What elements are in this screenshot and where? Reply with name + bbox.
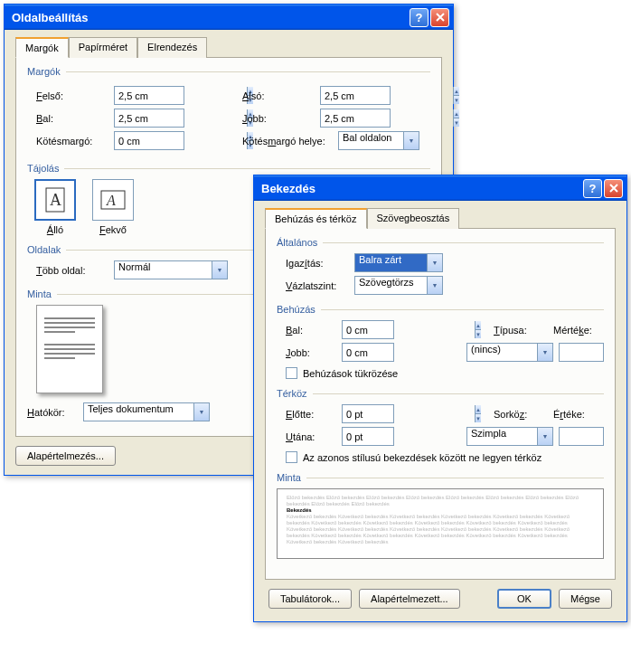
right-spinner[interactable]: ▲▼ (320, 109, 391, 128)
tabstrip: Behúzás és térköz Szövegbeosztás (265, 208, 616, 229)
applyto-combo[interactable]: Teljes dokumentum▼ (83, 402, 210, 421)
at-spinner[interactable]: ▲▼ (559, 427, 604, 446)
portrait-icon: A (45, 187, 65, 213)
after-spinner[interactable]: ▲▼ (342, 427, 394, 446)
cancel-button[interactable]: Mégse (559, 589, 612, 609)
page-preview (36, 305, 103, 393)
group-preview: Minta (27, 289, 52, 299)
svg-text:A: A (50, 191, 61, 209)
label-landscape: Fekvő (99, 224, 127, 235)
close-icon (609, 184, 618, 193)
orientation-landscape[interactable]: A (92, 179, 134, 221)
tab-layout[interactable]: Elrendezés (137, 37, 207, 58)
label-top: Felső: (36, 90, 108, 101)
special-combo[interactable]: (nincs)▼ (466, 343, 553, 362)
label-gutter: Kötésmargó: (36, 136, 108, 147)
group-indent: Behúzás (277, 304, 316, 315)
tabs-button[interactable]: Tabulátorok... (268, 589, 352, 609)
linespacing-combo[interactable]: Szimpla▼ (466, 427, 553, 446)
help-button[interactable]: ? (583, 179, 602, 198)
multipage-combo[interactable]: Normál▼ (114, 260, 228, 279)
label-applyto: Hatókör: (27, 407, 78, 418)
label-at: Értéke: (553, 409, 604, 420)
defaults-button[interactable]: Alapértelmezett... (359, 589, 460, 609)
dialog-title: Oldalbeállítás (12, 11, 410, 24)
indent-right-spinner[interactable]: ▲▼ (342, 343, 394, 362)
tab-indent[interactable]: Behúzás és térköz (265, 208, 367, 229)
tab-margins[interactable]: Margók (15, 37, 69, 58)
label-multipage: Több oldal: (36, 265, 108, 276)
label-special: Típusa: (494, 325, 548, 336)
label-gutter-pos: Kötésmargó helye: (242, 136, 333, 147)
group-pages: Oldalak (27, 244, 61, 255)
by1-spinner[interactable]: ▲▼ (559, 343, 604, 362)
alignment-combo[interactable]: Balra zárt▼ (354, 253, 443, 272)
label-bottom: Alsó: (242, 90, 315, 101)
tabstrip: Margók Papírméret Elrendezés (15, 37, 442, 58)
mirror-checkbox[interactable] (286, 367, 297, 379)
help-button[interactable]: ? (410, 8, 429, 27)
close-button[interactable] (604, 179, 623, 198)
tab-flow[interactable]: Szövegbeosztás (367, 208, 460, 229)
titlebar[interactable]: Bekezdés ? (254, 175, 626, 201)
orientation-portrait[interactable]: A (34, 179, 76, 221)
label-alignment: Igazítás: (286, 258, 349, 269)
label-indent-right: Jobb: (286, 347, 336, 358)
group-margins: Margók (27, 66, 61, 77)
titlebar[interactable]: Oldalbeállítás ? (5, 5, 453, 30)
gutter-pos-combo[interactable]: Bal oldalon▼ (338, 131, 419, 150)
label-linespacing: Sorköz: (494, 409, 548, 420)
label-indent-left: Bal: (286, 325, 336, 336)
label-outline: Vázlatszint: (286, 280, 349, 291)
label-mirror: Behúzások tükrözése (303, 368, 398, 379)
svg-text:A: A (106, 193, 116, 208)
paragraph-dialog: Bekezdés ? Behúzás és térköz Szövegbeosz… (253, 175, 627, 622)
label-by1: Mértéke: (553, 325, 604, 336)
left-spinner[interactable]: ▲▼ (114, 109, 184, 128)
label-right: Jobb: (242, 113, 315, 124)
label-left: Bal: (36, 113, 108, 124)
close-icon (436, 13, 445, 22)
group-general: Általános (277, 237, 317, 248)
bottom-spinner[interactable]: ▲▼ (320, 86, 391, 105)
before-spinner[interactable]: ▲▼ (342, 404, 394, 423)
nospace-checkbox[interactable] (286, 451, 297, 463)
close-button[interactable] (430, 8, 449, 27)
group-orientation: Tájolás (27, 163, 59, 174)
label-nospace: Az azonos stílusú bekezdések között ne l… (303, 452, 542, 463)
label-portrait: Álló (47, 224, 63, 235)
group-preview: Minta (277, 472, 301, 483)
label-after: Utána: (286, 431, 336, 442)
paragraph-preview: Előző bekezdés Előző bekezdés Előző beke… (277, 488, 604, 559)
dialog-title: Bekezdés (261, 182, 583, 195)
label-before: Előtte: (286, 409, 336, 420)
gutter-spinner[interactable]: ▲▼ (114, 131, 184, 150)
tab-paper[interactable]: Papírméret (69, 37, 137, 58)
outline-combo[interactable]: Szövegtörzs▼ (354, 276, 443, 295)
top-spinner[interactable]: ▲▼ (114, 86, 184, 105)
indent-left-spinner[interactable]: ▲▼ (342, 320, 394, 339)
defaults-button[interactable]: Alapértelmezés... (15, 446, 116, 466)
group-spacing: Térköz (277, 388, 307, 399)
ok-button[interactable]: OK (497, 589, 551, 609)
landscape-icon: A (100, 190, 126, 210)
